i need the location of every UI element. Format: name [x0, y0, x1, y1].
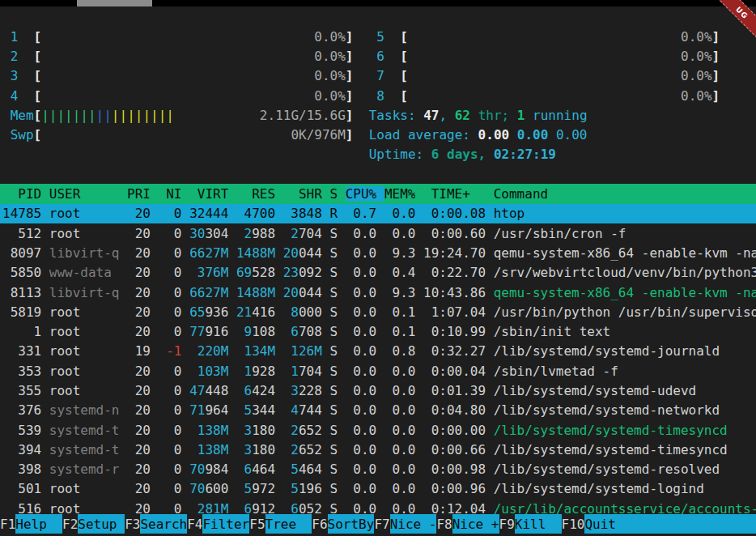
- cell-user: root: [49, 383, 120, 398]
- process-row-394[interactable]: 394systemd-t200138M31802652S0.00.00:00.6…: [0, 440, 756, 459]
- cell-pid: 355: [2, 383, 41, 398]
- header-cell-command[interactable]: Command: [494, 186, 756, 202]
- cell-pri: 20: [127, 423, 151, 438]
- cell-shr: 20044: [283, 285, 322, 300]
- header-cell-res[interactable]: RES: [236, 186, 275, 202]
- fkey-f3[interactable]: F3: [125, 514, 140, 534]
- process-row-331[interactable]: 331root19-1220M134M126MS0.00.80:32.27/li…: [0, 342, 756, 361]
- fkey-label-search[interactable]: Search: [140, 514, 187, 534]
- cell-pri: 20: [127, 402, 151, 418]
- process-row-14785[interactable]: 14785root2003244447003848R0.70.00:00.08h…: [0, 204, 756, 223]
- tasks-separator: ,: [439, 108, 447, 123]
- header-cell-shr[interactable]: SHR: [283, 186, 322, 202]
- cpu-meter-value: 0.0%: [681, 49, 712, 64]
- cell-res: 4700: [236, 206, 275, 221]
- cell-virt: 30304: [189, 226, 228, 241]
- cell-pid: 394: [2, 442, 41, 457]
- header-cell-ni[interactable]: NI: [159, 186, 182, 202]
- fkey-f2[interactable]: F2: [62, 514, 78, 534]
- top-tab[interactable]: [77, 0, 152, 6]
- header-cell-time[interactable]: TIME+: [423, 186, 486, 202]
- cell-time: 0:00.66: [423, 442, 486, 457]
- cell-res: 5972: [236, 481, 275, 496]
- cell-mem: 9.3: [384, 245, 416, 261]
- process-row-512[interactable]: 512root2003030429882704S0.00.00:00.60/us…: [0, 223, 756, 243]
- process-row-5850[interactable]: 5850www-data200376M6952823092S0.00.40:22…: [0, 263, 756, 283]
- process-row-398[interactable]: 398systemd-r2007098464645464S0.00.00:00.…: [0, 460, 756, 479]
- fkey-f1[interactable]: F1: [0, 514, 15, 534]
- cell-pid: 8097: [2, 245, 41, 261]
- cell-pri: 20: [127, 442, 151, 457]
- cell-user: root: [49, 324, 120, 339]
- tasks-label: Tasks:: [369, 108, 416, 123]
- cell-virt: 70984: [189, 462, 228, 477]
- process-row-1[interactable]: 1root2007791691086708S0.00.10:10.99/sbin…: [0, 321, 756, 341]
- fkey-label-quit[interactable]: Quit: [584, 514, 756, 534]
- cell-res: 2988: [236, 226, 275, 241]
- process-row-353[interactable]: 353root200103M19281704S0.00.00:00.04/sbi…: [0, 361, 756, 381]
- cpu-meter-5: 0.0%: [408, 29, 712, 45]
- header-cell-pid[interactable]: PID: [2, 186, 41, 202]
- header-cell-user[interactable]: USER: [49, 186, 120, 202]
- cell-res: 21416: [236, 304, 275, 320]
- cell-cpu: 0.0: [346, 383, 377, 398]
- fkey-f4[interactable]: F4: [187, 514, 202, 534]
- tasks-running-count: 1: [517, 108, 525, 123]
- cell-virt: 376M: [189, 265, 228, 280]
- cell-res: 9108: [236, 324, 275, 339]
- process-row-8097[interactable]: 8097libvirt-q2006627M1488M20044S0.09.319…: [0, 243, 756, 262]
- cell-mem: 0.0: [384, 364, 416, 379]
- fkey-f8[interactable]: F8: [436, 514, 452, 534]
- process-row-355[interactable]: 355root2004744864243228S0.00.00:01.39/li…: [0, 381, 756, 400]
- fkey-label-setup[interactable]: Setup: [78, 514, 125, 534]
- cpu-meter-row-3: 3[0.0%]7[0.0%]: [0, 66, 756, 86]
- cell-pri: 20: [127, 285, 151, 300]
- cpu-meter-label-4: 4: [11, 88, 34, 104]
- cell-ni: 0: [159, 285, 182, 300]
- cell-shr: 1704: [283, 364, 322, 379]
- cell-command: /lib/systemd/systemd-journald: [494, 343, 756, 359]
- cell-command: /srv/webvirtcloud/venv/bin/python3: [494, 265, 756, 280]
- fkey-label-nice-[interactable]: Nice +: [452, 514, 499, 534]
- fkey-label-kill[interactable]: Kill: [515, 514, 562, 534]
- cell-shr: 5196: [283, 481, 322, 496]
- cell-res: 6464: [236, 462, 275, 477]
- cpu-meter-label-6: 6: [376, 49, 400, 64]
- cell-shr: 20044: [283, 245, 322, 261]
- fkey-label-sortby[interactable]: SortBy: [328, 514, 375, 534]
- cell-res: 3180: [236, 423, 275, 438]
- process-row-501[interactable]: 501root2007060059725196S0.00.00:00.96/li…: [0, 479, 756, 499]
- cpu-meter-value: 0.0%: [314, 88, 346, 104]
- cell-shr: 4744: [283, 402, 322, 418]
- fkey-f9[interactable]: F9: [499, 514, 515, 534]
- header-cell-virt[interactable]: VIRT: [189, 186, 228, 202]
- process-row-8113[interactable]: 8113libvirt-q2006627M1488M20044S0.09.310…: [0, 283, 756, 302]
- load-one-minute: 0.00: [478, 127, 510, 143]
- fkey-label-nice-[interactable]: Nice -: [390, 514, 437, 534]
- cell-mem: 0.8: [384, 343, 416, 359]
- fkey-label-filter[interactable]: Filter: [202, 514, 249, 534]
- header-cell-pri[interactable]: PRI: [127, 186, 151, 202]
- cpu-meter-value: 0.0%: [681, 68, 712, 83]
- cell-mem: 0.0: [384, 206, 416, 221]
- fkey-label-tree[interactable]: Tree: [265, 514, 312, 534]
- cpu-meter-2: 0.0%: [41, 49, 346, 64]
- cell-ni: 0: [159, 324, 182, 339]
- header-cell-mem[interactable]: MEM%: [384, 186, 416, 202]
- cell-user: systemd-r: [49, 462, 120, 477]
- fkey-label-help[interactable]: Help: [15, 514, 62, 534]
- cell-state: S: [329, 265, 338, 280]
- cell-user: libvirt-q: [49, 245, 120, 261]
- process-row-539[interactable]: 539systemd-t200138M31802652S0.00.00:00.0…: [0, 420, 756, 440]
- process-row-376[interactable]: 376systemd-n2007196453444744S0.00.00:04.…: [0, 401, 756, 420]
- fkey-f7[interactable]: F7: [374, 514, 389, 534]
- fkey-f6[interactable]: F6: [312, 514, 327, 534]
- fkey-f5[interactable]: F5: [249, 514, 265, 534]
- cell-pri: 20: [127, 383, 151, 398]
- header-cell-s[interactable]: S: [329, 186, 338, 202]
- swp-load-row: Swp[0K/976M]Load average: 0.00 0.00 0.00: [0, 125, 756, 144]
- header-cell-cpu[interactable]: CPU%: [346, 186, 384, 202]
- fkey-f10[interactable]: F10: [562, 514, 585, 534]
- cell-mem: 0.0: [384, 383, 416, 398]
- process-row-5819[interactable]: 5819root20065936214168000S0.00.11:07.04/…: [0, 302, 756, 321]
